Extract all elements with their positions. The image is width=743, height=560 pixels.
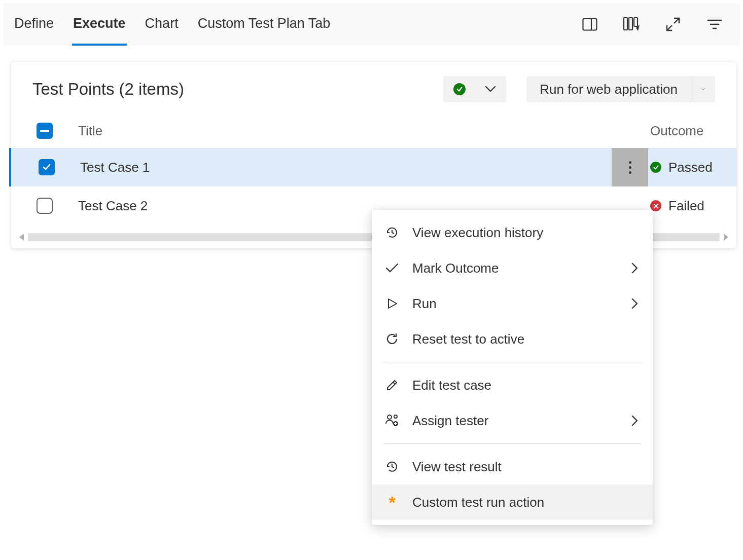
run-web-app-button[interactable]: Run for web application — [526, 76, 691, 102]
menu-view-execution-history[interactable]: View execution history — [372, 215, 653, 250]
menu-view-test-result[interactable]: View test result — [372, 449, 653, 484]
outcome-label: Failed — [668, 198, 704, 214]
menu-label: Edit test case — [412, 378, 622, 393]
column-header-title[interactable]: Title — [78, 123, 650, 139]
passed-icon — [453, 83, 466, 95]
chevron-down-icon — [485, 86, 496, 93]
outcome-dropdown-button[interactable] — [443, 76, 506, 102]
card-title: Test Points (2 items) — [32, 80, 443, 99]
pencil-icon — [372, 379, 412, 392]
table-header: Title Outcome — [11, 117, 736, 148]
svg-point-11 — [387, 415, 392, 419]
filter-icon[interactable] — [704, 14, 725, 34]
row-checkbox[interactable] — [37, 198, 53, 214]
chevron-right-icon — [622, 263, 648, 274]
menu-assign-tester[interactable]: Assign tester — [372, 403, 653, 438]
svg-rect-2 — [624, 18, 627, 30]
tab-define[interactable]: Define — [13, 4, 55, 46]
more-actions-button[interactable] — [612, 148, 648, 186]
menu-label: Custom test run action — [412, 495, 622, 510]
svg-line-5 — [674, 18, 679, 23]
svg-rect-3 — [629, 18, 632, 30]
failed-icon — [650, 200, 661, 211]
menu-edit-test-case[interactable]: Edit test case — [372, 367, 653, 403]
tab-execute[interactable]: Execute — [72, 4, 127, 46]
menu-reset-to-active[interactable]: Reset test to active — [372, 321, 653, 357]
scroll-right-icon — [724, 234, 728, 241]
outcome-label: Passed — [668, 160, 713, 175]
fullscreen-icon[interactable] — [663, 14, 683, 34]
scroll-left-icon — [19, 234, 24, 241]
history-icon — [372, 460, 412, 474]
chevron-right-icon — [622, 415, 648, 426]
play-icon — [372, 297, 412, 310]
column-header-outcome[interactable]: Outcome — [650, 123, 736, 139]
menu-run[interactable]: Run — [372, 286, 653, 321]
menu-label: View execution history — [412, 225, 622, 241]
context-menu: View execution history Mark Outcome Run — [372, 210, 653, 525]
menu-divider — [383, 443, 642, 444]
tab-custom-test-plan[interactable]: Custom Test Plan Tab — [197, 4, 332, 46]
row-title: Test Case 1 — [80, 160, 612, 175]
svg-rect-0 — [583, 19, 597, 30]
menu-label: Run — [412, 296, 622, 312]
tab-chart[interactable]: Chart — [144, 4, 180, 46]
panel-icon[interactable] — [580, 14, 600, 34]
menu-label: Mark Outcome — [412, 260, 622, 276]
row-checkbox[interactable] — [39, 159, 55, 175]
menu-divider — [383, 362, 642, 362]
tabs-bar: Define Execute Chart Custom Test Plan Ta… — [3, 3, 740, 46]
assign-tester-icon — [372, 414, 412, 428]
menu-label: Assign tester — [412, 413, 622, 429]
svg-rect-4 — [634, 18, 638, 26]
more-icon — [629, 161, 631, 174]
select-all-checkbox[interactable] — [37, 123, 53, 139]
run-dropdown-button[interactable] — [691, 76, 715, 102]
table-row[interactable]: Test Case 1 Passed — [9, 148, 736, 186]
svg-point-12 — [394, 415, 397, 418]
refresh-icon — [372, 332, 412, 346]
menu-label: Reset test to active — [412, 331, 622, 347]
svg-line-10 — [393, 382, 395, 384]
menu-mark-outcome[interactable]: Mark Outcome — [372, 250, 653, 286]
passed-icon — [650, 162, 661, 173]
svg-line-6 — [667, 25, 672, 30]
chevron-right-icon — [622, 298, 648, 309]
chevron-down-icon — [701, 86, 705, 93]
menu-label: View test result — [412, 459, 622, 475]
columns-edit-icon[interactable] — [621, 14, 642, 34]
checkmark-icon — [372, 262, 412, 274]
menu-custom-test-run-action[interactable]: * Custom test run action — [372, 484, 653, 520]
history-icon — [372, 226, 412, 240]
